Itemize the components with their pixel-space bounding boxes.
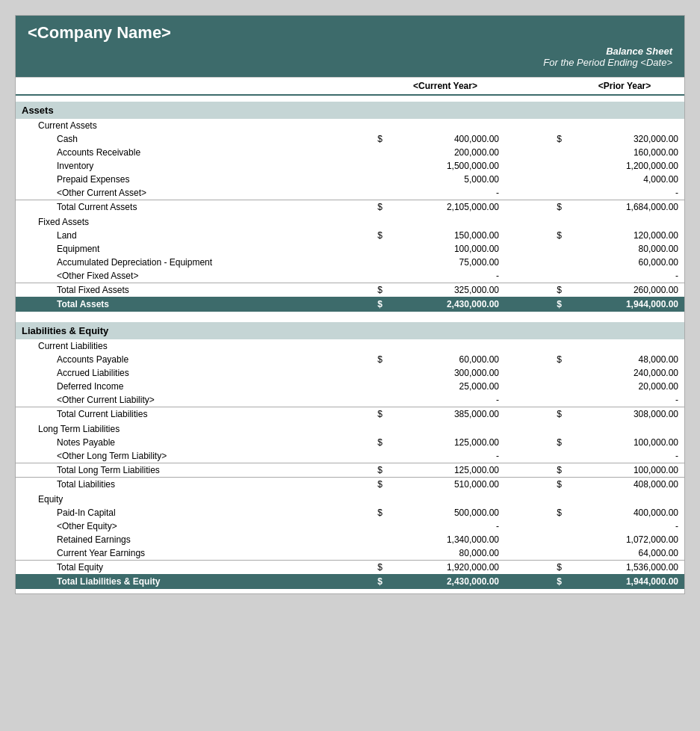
lt-liabilities-label: Long Term Liabilities bbox=[16, 423, 326, 435]
total-ca-py-dollar: $ bbox=[505, 201, 565, 213]
cash-py-dollar: $ bbox=[505, 133, 565, 145]
paid-in-capital-label: Paid-In Capital bbox=[16, 507, 326, 519]
pic-cy-value: 500,000.00 bbox=[385, 507, 505, 519]
total-ca-cy-dollar: $ bbox=[326, 201, 385, 213]
ap-label: Accounts Payable bbox=[16, 354, 326, 366]
row-equipment: Equipment 100,000.00 80,000.00 bbox=[16, 242, 684, 256]
land-cy-value: 150,000.00 bbox=[385, 229, 505, 241]
deferred-cy-value: 25,000.00 bbox=[385, 380, 505, 392]
row-cash: Cash $ 400,000.00 $ 320,000.00 bbox=[16, 132, 684, 146]
total-fa-py-value: 260,000.00 bbox=[565, 284, 684, 296]
column-headers: <Current Year> <Prior Year> bbox=[16, 77, 684, 96]
other-ca-py-value: - bbox=[565, 187, 684, 199]
total-cl-label: Total Current Liabilities bbox=[16, 408, 326, 420]
col-prior-year: <Prior Year> bbox=[565, 81, 684, 91]
total-assets-py-dollar: $ bbox=[505, 298, 565, 310]
row-other-equity: <Other Equity> - - bbox=[16, 519, 684, 533]
total-ca-py-value: 1,684,000.00 bbox=[565, 201, 684, 213]
cash-cy-value: 400,000.00 bbox=[385, 133, 505, 145]
other-cl-label: <Other Current Liability> bbox=[16, 394, 326, 406]
row-prepaid: Prepaid Expenses 5,000.00 4,000.00 bbox=[16, 173, 684, 186]
equipment-py-value: 80,000.00 bbox=[565, 243, 684, 255]
total-fa-label: Total Fixed Assets bbox=[16, 284, 326, 296]
current-liabilities-label-row: Current Liabilities bbox=[16, 339, 684, 353]
accum-depr-label: Accumulated Depreciation - Equipment bbox=[16, 256, 326, 268]
equipment-label: Equipment bbox=[16, 243, 326, 255]
row-other-cl: <Other Current Liability> - - bbox=[16, 393, 684, 407]
ar-py-value: 160,000.00 bbox=[565, 146, 684, 158]
assets-section-header: Assets bbox=[16, 102, 684, 119]
row-retained-earnings: Retained Earnings 1,340,000.00 1,072,000… bbox=[16, 533, 684, 546]
prepaid-py-value: 4,000.00 bbox=[565, 173, 684, 185]
lt-liabilities-label-row: Long Term Liabilities bbox=[16, 422, 684, 436]
other-fa-label: <Other Fixed Asset> bbox=[16, 270, 326, 282]
total-liabilities-label: Total Liabilities bbox=[16, 478, 326, 490]
total-assets-row: Total Assets $ 2,430,000.00 $ 1,944,000.… bbox=[16, 297, 684, 312]
prepaid-label: Prepaid Expenses bbox=[16, 173, 326, 185]
re-py-value: 1,072,000.00 bbox=[565, 534, 684, 546]
total-equity-py-value: 1,536,000.00 bbox=[565, 561, 684, 573]
notes-py-value: 100,000.00 bbox=[565, 437, 684, 448]
total-fa-py-dollar: $ bbox=[505, 284, 565, 296]
total-assets-py-value: 1,944,000.00 bbox=[565, 298, 684, 310]
retained-earnings-label: Retained Earnings bbox=[16, 534, 326, 546]
total-fa-cy-dollar: $ bbox=[326, 284, 385, 296]
re-cy-value: 1,340,000.00 bbox=[385, 534, 505, 546]
row-current-year-earnings: Current Year Earnings 80,000.00 64,000.0… bbox=[16, 546, 684, 560]
total-liabilities-cy-value: 510,000.00 bbox=[385, 478, 505, 490]
col-dollar-cy bbox=[326, 81, 385, 91]
row-paid-in-capital: Paid-In Capital $ 500,000.00 $ 400,000.0… bbox=[16, 506, 684, 519]
total-equity-cy-value: 1,920,000.00 bbox=[385, 561, 505, 573]
doc-title: Balance Sheet bbox=[28, 46, 672, 57]
current-liabilities-label: Current Liabilities bbox=[16, 340, 326, 352]
balance-sheet: <Company Name> Balance Sheet For the Per… bbox=[15, 15, 685, 594]
land-label: Land bbox=[16, 229, 326, 241]
other-ca-label: <Other Current Asset> bbox=[16, 187, 326, 199]
notes-cy-value: 125,000.00 bbox=[385, 437, 505, 448]
other-cl-py-value: - bbox=[565, 394, 684, 406]
col-dollar-py bbox=[505, 81, 565, 91]
prepaid-cy-value: 5,000.00 bbox=[385, 173, 505, 185]
land-py-value: 120,000.00 bbox=[565, 229, 684, 241]
total-le-cy-value: 2,430,000.00 bbox=[385, 576, 505, 587]
accum-depr-py-value: 60,000.00 bbox=[565, 256, 684, 268]
current-assets-label: Current Assets bbox=[16, 120, 326, 132]
total-le-py-dollar: $ bbox=[505, 576, 565, 587]
cash-label: Cash bbox=[16, 133, 326, 145]
cash-py-value: 320,000.00 bbox=[565, 133, 684, 145]
total-cl-py-value: 308,000.00 bbox=[565, 408, 684, 420]
total-assets-cy-dollar: $ bbox=[326, 298, 385, 310]
inventory-cy-value: 1,500,000.00 bbox=[385, 160, 505, 172]
total-assets-cy-value: 2,430,000.00 bbox=[385, 298, 505, 310]
total-ca-cy-value: 2,105,000.00 bbox=[385, 201, 505, 213]
row-accrued-liab: Accrued Liabilities 300,000.00 240,000.0… bbox=[16, 366, 684, 380]
total-liabilities-row: Total Liabilities $ 510,000.00 $ 408,000… bbox=[16, 477, 684, 491]
other-equity-label: <Other Equity> bbox=[16, 520, 326, 532]
fixed-assets-label: Fixed Assets bbox=[16, 216, 326, 228]
company-name: <Company Name> bbox=[28, 23, 672, 43]
total-le-py-value: 1,944,000.00 bbox=[565, 576, 684, 587]
current-assets-label-row: Current Assets bbox=[16, 119, 684, 132]
liabilities-equity-section-header: Liabilities & Equity bbox=[16, 322, 684, 339]
total-current-assets-row: Total Current Assets $ 2,105,000.00 $ 1,… bbox=[16, 200, 684, 214]
total-ca-label: Total Current Assets bbox=[16, 201, 326, 213]
other-cl-cy-value: - bbox=[385, 394, 505, 406]
cye-py-value: 64,000.00 bbox=[565, 547, 684, 559]
col-label-spacer bbox=[16, 81, 326, 91]
other-equity-py-value: - bbox=[565, 520, 684, 532]
equipment-cy-value: 100,000.00 bbox=[385, 243, 505, 255]
row-deferred-income: Deferred Income 25,000.00 20,000.00 bbox=[16, 380, 684, 393]
row-other-ltl: <Other Long Term Liability> - - bbox=[16, 449, 684, 463]
deferred-py-value: 20,000.00 bbox=[565, 380, 684, 392]
pic-py-value: 400,000.00 bbox=[565, 507, 684, 519]
row-accum-depr: Accumulated Depreciation - Equipment 75,… bbox=[16, 256, 684, 269]
total-equity-label: Total Equity bbox=[16, 561, 326, 573]
cash-cy-dollar: $ bbox=[326, 133, 385, 145]
row-ar: Accounts Receivable 200,000.00 160,000.0… bbox=[16, 146, 684, 159]
other-ltl-label: <Other Long Term Liability> bbox=[16, 450, 326, 462]
inventory-py-value: 1,200,000.00 bbox=[565, 160, 684, 172]
cye-cy-value: 80,000.00 bbox=[385, 547, 505, 559]
total-fixed-assets-row: Total Fixed Assets $ 325,000.00 $ 260,00… bbox=[16, 283, 684, 297]
equity-label: Equity bbox=[16, 493, 326, 505]
total-le-label: Total Liabilities & Equity bbox=[16, 576, 326, 587]
